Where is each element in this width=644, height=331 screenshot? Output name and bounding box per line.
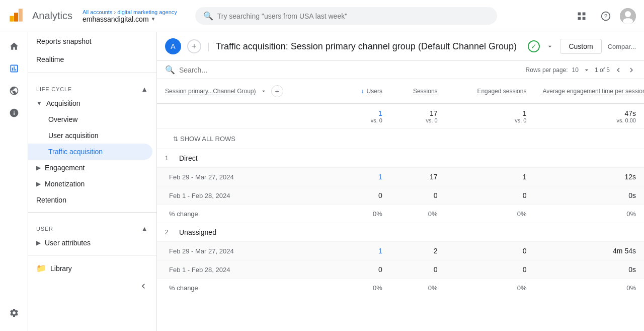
svg-rect-1	[14, 13, 18, 22]
row-1-pct-label: % change	[165, 210, 198, 218]
prev-page-btn[interactable]	[614, 65, 623, 75]
sidebar-item-realtime[interactable]: Realtime	[28, 50, 152, 69]
add-comparison-btn[interactable]: +	[187, 39, 201, 53]
help-icon[interactable]: ?	[596, 6, 616, 26]
account-dropdown-arrow: ▼	[151, 16, 156, 22]
show-all-rows-btn[interactable]: ⇅ SHOW ALL ROWS	[165, 131, 636, 147]
table-row-unassigned-pct: % change 0% 0% 0% 0%	[157, 279, 644, 297]
table-row-direct-header: 1 Direct	[157, 149, 644, 168]
sidebar-item-retention[interactable]: Retention	[28, 192, 152, 208]
rows-dropdown-icon[interactable]	[583, 66, 591, 74]
breadcrumb-all-accounts[interactable]: All accounts	[83, 9, 112, 15]
next-page-btn[interactable]	[627, 65, 636, 75]
sidebar: Reports snapshot Realtime Life cycle ▲ ▼…	[28, 32, 157, 331]
rail-reports-btn[interactable]	[4, 58, 24, 79]
library-label: Library	[50, 264, 72, 273]
sidebar-item-overview[interactable]: Overview	[28, 111, 152, 127]
icon-rail	[0, 32, 28, 331]
totals-label	[157, 104, 339, 129]
totals-engaged: 1 vs. 0	[446, 104, 535, 129]
rows-per-page-label: Rows per page:	[526, 67, 568, 74]
row-1-d1-sessions: 17	[398, 173, 438, 181]
row-2-channel: Unassigned	[179, 228, 216, 236]
col-header-sessions[interactable]: Sessions	[390, 79, 446, 104]
row-2-date1-label: Feb 29 - Mar 27, 2024	[165, 247, 234, 255]
show-all-rows-row: ⇅ SHOW ALL ROWS	[157, 129, 644, 149]
breadcrumb: All accounts › digital marketing agency	[83, 9, 177, 15]
row-2-d1-users: 1	[347, 247, 382, 255]
engagement-expand-icon: ▶	[36, 164, 41, 171]
rail-home-btn[interactable]	[4, 36, 24, 56]
search-input[interactable]	[217, 12, 489, 20]
sidebar-item-traffic-acquisition[interactable]: Traffic acquisition	[28, 144, 152, 160]
row-1-pct-engaged: 0%	[454, 210, 527, 218]
row-2-d1-engaged: 0	[454, 247, 527, 255]
table-row-unassigned-date2: Feb 1 - Feb 28, 2024 0 0 0 0s	[157, 260, 644, 279]
account-name-selector[interactable]: emhassandigital.com ▼	[83, 15, 177, 23]
search-bar[interactable]: 🔍	[195, 7, 497, 25]
collapse-sidebar-btn[interactable]	[28, 277, 156, 295]
add-dimension-btn[interactable]: +	[271, 85, 283, 97]
table-row-direct-date1: Feb 29 - Mar 27, 2024 1 17 1 12s	[157, 168, 644, 186]
account-selector[interactable]: All accounts › digital marketing agency …	[83, 9, 177, 23]
row-1-date2-label: Feb 1 - Feb 28, 2024	[165, 192, 230, 200]
svg-rect-4	[583, 12, 586, 15]
custom-button[interactable]: Custom	[560, 39, 601, 54]
row-2-d1-avg: 4m 54s	[542, 247, 636, 255]
library-folder-icon: 📁	[36, 263, 46, 273]
sidebar-item-engagement[interactable]: ▶ Engagement	[28, 160, 152, 176]
col-header-dimension[interactable]: Session primary...Channel Group) +	[157, 79, 339, 104]
table-area: Session primary...Channel Group) + ↓ Use…	[157, 79, 644, 331]
table-row-unassigned-header: 2 Unassigned	[157, 223, 644, 242]
row-1-d2-avg: 0s	[542, 191, 636, 200]
row-2-pct-sessions: 0%	[398, 284, 438, 292]
row-2-date2-label: Feb 1 - Feb 28, 2024	[165, 266, 230, 274]
avatar[interactable]	[620, 8, 636, 24]
sidebar-item-reports-snapshot[interactable]: Reports snapshot	[28, 32, 152, 50]
table-row-direct-pct: % change 0% 0% 0% 0%	[157, 205, 644, 223]
monetization-expand-icon: ▶	[36, 180, 41, 187]
user-section-label: User	[36, 226, 53, 232]
sidebar-item-acquisition[interactable]: ▼ Acquisition	[28, 95, 152, 111]
rail-settings-btn[interactable]	[4, 303, 24, 323]
row-2-d2-users: 0	[347, 266, 382, 274]
title-dropdown-icon[interactable]	[546, 42, 554, 50]
apps-icon[interactable]	[572, 6, 592, 26]
data-table: Session primary...Channel Group) + ↓ Use…	[157, 79, 644, 297]
divider-library	[28, 255, 156, 255]
row-1-d1-engaged: 1	[454, 173, 527, 181]
user-collapse-btn[interactable]: ▲	[141, 225, 148, 233]
sidebar-item-monetization[interactable]: ▶ Monetization	[28, 176, 152, 192]
table-row-unassigned-date1: Feb 29 - Mar 27, 2024 1 2 0 4m 54s	[157, 242, 644, 260]
sidebar-item-user-acquisition[interactable]: User acquisition	[28, 127, 152, 144]
row-1-d1-avg: 12s	[542, 173, 636, 181]
sidebar-item-user-attributes[interactable]: ▶ User attributes	[28, 235, 152, 251]
user-attributes-expand-icon: ▶	[36, 239, 41, 246]
row-2-d1-sessions: 2	[398, 247, 438, 255]
show-all-rows-icon: ⇅	[173, 136, 178, 143]
col-header-users[interactable]: ↓ Users	[339, 79, 390, 104]
rail-explore-btn[interactable]	[4, 81, 24, 101]
sidebar-item-library[interactable]: 📁 Library	[28, 259, 152, 277]
divider-lifecycle	[28, 73, 156, 73]
row-1-pct-avg: 0%	[542, 210, 636, 218]
rail-advertising-btn[interactable]	[4, 103, 24, 123]
svg-rect-5	[578, 17, 581, 20]
svg-point-10	[625, 11, 631, 17]
page-title: Traffic acquisition: Session primary cha…	[216, 41, 522, 52]
col-header-engaged-sessions[interactable]: Engaged sessions	[446, 79, 535, 104]
row-1-d2-users: 0	[347, 191, 382, 200]
breadcrumb-agency[interactable]: digital marketing agency	[117, 9, 177, 15]
lifecycle-collapse-btn[interactable]: ▲	[141, 85, 148, 93]
col-header-avg-engagement[interactable]: Average engagement time per session	[534, 79, 644, 104]
table-search-input[interactable]	[179, 66, 267, 74]
table-row-direct-date2: Feb 1 - Feb 28, 2024 0 0 0 0s	[157, 186, 644, 205]
svg-rect-2	[19, 9, 23, 22]
dimension-dropdown-icon[interactable]	[260, 88, 267, 95]
compare-label[interactable]: Compar...	[608, 43, 636, 50]
sidebar-lifecycle-header: Life cycle ▲	[28, 77, 156, 95]
sort-icon: ↓	[361, 88, 364, 95]
row-1-date1-label: Feb 29 - Mar 27, 2024	[165, 173, 234, 181]
row-2-pct-avg: 0%	[542, 284, 636, 292]
svg-text:?: ?	[604, 13, 608, 19]
